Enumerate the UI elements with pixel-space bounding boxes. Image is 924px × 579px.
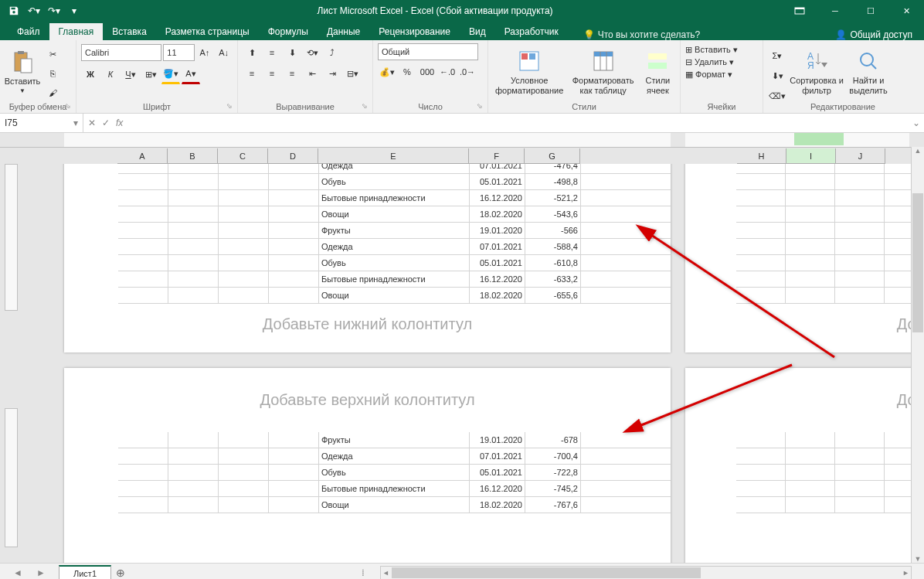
cell[interactable]	[118, 206, 168, 222]
cell[interactable]	[736, 239, 786, 254]
cell[interactable]: Фрукты	[319, 223, 470, 238]
cell[interactable]: 16.12.2020	[470, 481, 525, 496]
next-sheet[interactable]: ►	[36, 567, 46, 578]
cell[interactable]	[786, 223, 835, 238]
cell[interactable]	[168, 190, 219, 206]
cell[interactable]	[118, 164, 168, 173]
cell[interactable]	[736, 465, 786, 480]
delete-cells[interactable]: ⊟ Удалить ▾	[685, 57, 734, 67]
cell[interactable]	[736, 206, 786, 222]
cell[interactable]	[269, 239, 319, 254]
cell[interactable]	[786, 190, 835, 206]
cell[interactable]	[219, 448, 269, 464]
cell[interactable]: Обувь	[319, 255, 470, 271]
cell[interactable]	[168, 223, 219, 238]
font-launcher[interactable]: ⬂	[226, 102, 236, 111]
cell[interactable]	[168, 206, 219, 222]
cell[interactable]	[736, 255, 786, 271]
cell[interactable]	[269, 164, 319, 173]
col-header-D[interactable]: D	[268, 148, 318, 164]
vertical-scrollbar[interactable]: ▲ ▼	[911, 147, 924, 563]
font-color-button[interactable]: A▾	[182, 64, 200, 84]
name-box[interactable]: I75▾	[0, 114, 83, 132]
align-left[interactable]: ≡	[243, 64, 261, 83]
cell[interactable]	[786, 239, 835, 254]
prev-sheet[interactable]: ◄	[13, 567, 22, 578]
cell[interactable]	[269, 448, 319, 464]
cell[interactable]: Обувь	[319, 465, 470, 480]
cell[interactable]: Овощи	[319, 497, 470, 513]
tell-me[interactable]: 💡Что вы хотите сделать?	[583, 29, 701, 40]
cell[interactable]: 19.01.2020	[470, 223, 525, 238]
cell[interactable]	[118, 239, 168, 254]
cell[interactable]: -476,4	[525, 164, 581, 173]
cell[interactable]: -655,6	[525, 288, 581, 303]
currency[interactable]: 💰▾	[378, 63, 396, 81]
dec-decimal[interactable]: .0→	[458, 63, 477, 81]
cell[interactable]	[786, 465, 835, 480]
cell[interactable]	[736, 223, 786, 238]
cell[interactable]	[835, 288, 885, 303]
cell[interactable]	[786, 288, 835, 303]
close-button[interactable]: ✕	[888, 0, 924, 22]
cell[interactable]: Бытовые принадлежности	[319, 190, 470, 206]
cell[interactable]: -700,4	[525, 448, 581, 464]
align-right[interactable]: ≡	[283, 64, 301, 83]
shrink-font-icon[interactable]: A↓	[215, 43, 233, 62]
merge[interactable]: ⊟▾	[343, 64, 362, 83]
cell[interactable]	[168, 239, 219, 254]
sheet-tab[interactable]: Лист1	[59, 565, 111, 579]
cell[interactable]	[168, 164, 219, 173]
number-launcher[interactable]: ⬂	[477, 102, 486, 111]
percent[interactable]: %	[398, 63, 416, 81]
cell[interactable]	[118, 432, 168, 448]
cell[interactable]	[219, 239, 269, 254]
cell[interactable]: 05.01.2021	[470, 465, 525, 480]
cell[interactable]	[219, 465, 269, 480]
cell[interactable]	[219, 288, 269, 303]
format-cells[interactable]: ▦ Формат ▾	[685, 70, 732, 80]
cell[interactable]	[219, 255, 269, 271]
cell[interactable]: 18.02.2020	[470, 206, 525, 222]
cell[interactable]	[269, 271, 319, 287]
copy-icon[interactable]: ⎘	[43, 64, 62, 83]
cell[interactable]	[118, 223, 168, 238]
cell[interactable]: 07.01.2021	[470, 164, 525, 173]
cell[interactable]	[118, 174, 168, 189]
cell[interactable]	[269, 190, 319, 206]
header-placeholder-top[interactable]: Добавьте верхний колонтитул	[64, 368, 671, 432]
indent-inc[interactable]: ⇥	[323, 64, 341, 83]
cell[interactable]	[269, 223, 319, 238]
cell[interactable]: 18.02.2020	[470, 288, 525, 303]
sort-filter[interactable]: AЯСортировка и фильтр	[790, 45, 844, 99]
cell[interactable]: 19.01.2020	[470, 432, 525, 448]
cell[interactable]: -610,8	[525, 255, 581, 271]
cell[interactable]: Одежда	[319, 448, 470, 464]
cell[interactable]	[269, 432, 319, 448]
cell[interactable]	[118, 481, 168, 496]
cell[interactable]	[736, 288, 786, 303]
tab-developer[interactable]: Разработчик	[495, 23, 568, 40]
cell[interactable]	[168, 465, 219, 480]
cell[interactable]	[736, 190, 786, 206]
paste-button[interactable]: Вставить▼	[3, 45, 42, 99]
cell[interactable]: 05.01.2021	[470, 174, 525, 189]
cell[interactable]: -588,4	[525, 239, 581, 254]
cell[interactable]	[168, 174, 219, 189]
cell[interactable]	[269, 255, 319, 271]
cancel-formula[interactable]: ✕	[88, 118, 96, 128]
cell[interactable]: 16.12.2020	[470, 271, 525, 287]
align-launcher[interactable]: ⬂	[362, 102, 371, 111]
align-middle[interactable]: ≡	[263, 43, 281, 62]
cell[interactable]: -521,2	[525, 190, 581, 206]
autosum[interactable]: Σ▾	[768, 46, 786, 65]
tab-insert[interactable]: Вставка	[103, 23, 156, 40]
cell[interactable]	[835, 239, 885, 254]
cell[interactable]	[736, 271, 786, 287]
cell[interactable]	[168, 255, 219, 271]
cell[interactable]: -633,2	[525, 271, 581, 287]
cell[interactable]: -767,6	[525, 497, 581, 513]
col-header-G[interactable]: G	[525, 148, 580, 164]
cut-icon[interactable]: ✂	[43, 45, 62, 63]
cell[interactable]	[786, 271, 835, 287]
